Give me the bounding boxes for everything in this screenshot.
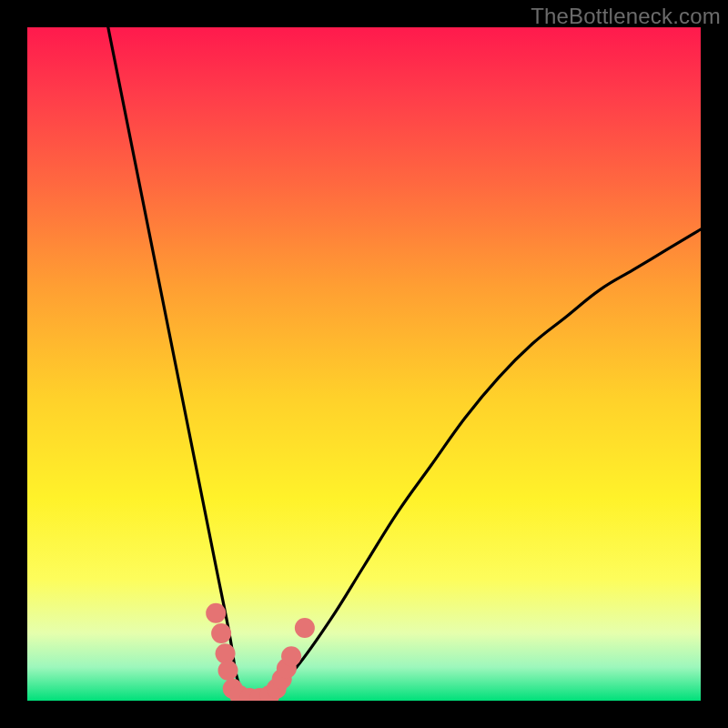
- plot-area: [27, 27, 701, 701]
- highlight-dot: [216, 643, 236, 663]
- chart-frame: TheBottleneck.com: [0, 0, 728, 728]
- highlight-dot: [218, 661, 238, 681]
- highlight-dot: [206, 603, 226, 623]
- highlight-dot: [211, 623, 231, 643]
- highlight-dots: [206, 603, 315, 701]
- curve-svg: [27, 27, 701, 701]
- bottleneck-curve: [108, 27, 701, 701]
- watermark-text: TheBottleneck.com: [531, 4, 721, 29]
- highlight-dot: [295, 618, 315, 638]
- highlight-dot: [281, 646, 301, 666]
